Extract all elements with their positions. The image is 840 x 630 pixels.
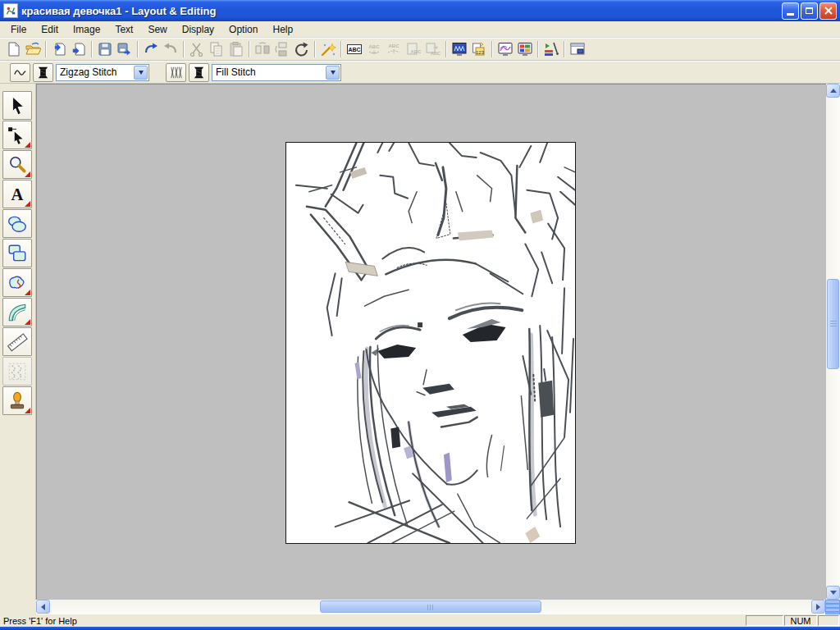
separator	[314, 41, 316, 57]
tool-point-edit-button[interactable]	[2, 121, 32, 149]
tool-select-button[interactable]	[2, 91, 32, 120]
rectangle-shapes-icon	[7, 243, 28, 264]
chevron-down-icon	[139, 71, 144, 75]
line-stitch-dropdown-button[interactable]	[134, 66, 148, 80]
menu-sew[interactable]: Sew	[140, 22, 174, 37]
paste-button[interactable]	[226, 40, 246, 59]
text-tool-button[interactable]: ABC	[345, 40, 364, 59]
realistic-preview-button[interactable]	[495, 40, 515, 59]
tool-manual-punch-button[interactable]	[2, 298, 32, 326]
menu-text[interactable]: Text	[107, 22, 140, 37]
rotate-button[interactable]	[292, 40, 312, 59]
fill-stitch-icon	[168, 65, 184, 80]
flip-vertical-button[interactable]	[272, 40, 292, 59]
separator	[137, 41, 139, 57]
region-stitch-combo[interactable]: Fill Stitch	[212, 64, 341, 81]
reference-window-button[interactable]	[568, 40, 587, 59]
separator	[340, 41, 342, 57]
line-stitch-value: Zigzag Stitch	[57, 66, 133, 78]
magnifier-icon	[7, 154, 28, 176]
tool-outline-button[interactable]	[2, 268, 32, 297]
region-color-button[interactable]	[189, 63, 209, 82]
cut-button[interactable]	[187, 40, 207, 59]
text-transform-button[interactable]: ABC	[384, 40, 404, 59]
tool-circle-button[interactable]	[2, 209, 32, 238]
region-sew-toggle-button[interactable]	[166, 63, 186, 82]
tool-stamp-button[interactable]	[2, 386, 32, 415]
text-tool-icon: A	[7, 184, 28, 205]
tool-measure-button[interactable]	[2, 327, 32, 356]
save-button[interactable]	[95, 40, 115, 59]
export-design-button[interactable]	[69, 40, 89, 59]
menu-image[interactable]: Image	[66, 22, 107, 37]
tool-palette: A	[0, 84, 36, 600]
line-color-button[interactable]	[33, 63, 53, 82]
window-title: красивая девочка1 - Layout & Editing	[21, 5, 216, 17]
scroll-up-button[interactable]	[826, 84, 840, 98]
manual-punch-icon	[7, 302, 28, 323]
stitch-view-button[interactable]	[450, 40, 469, 59]
undo-button[interactable]	[141, 40, 161, 59]
thumb-grip	[427, 605, 428, 610]
design-property-button[interactable]: 123	[469, 40, 489, 59]
menu-display[interactable]: Display	[175, 22, 221, 37]
scroll-right-button[interactable]	[811, 600, 825, 614]
copy-button[interactable]	[207, 40, 226, 59]
restore-icon	[806, 7, 813, 14]
region-thread-spool-icon	[191, 65, 207, 80]
menu-file[interactable]: File	[3, 22, 34, 37]
tool-zoom-button[interactable]	[2, 150, 32, 179]
write-to-card-button[interactable]	[115, 40, 135, 59]
scrollbar-left-pad	[0, 600, 36, 614]
convert-text-button[interactable]: ABC	[423, 40, 443, 59]
separator	[91, 41, 93, 57]
new-document-icon	[5, 41, 21, 57]
tool-text-button[interactable]: A	[2, 180, 32, 208]
svg-text:ABC: ABC	[369, 44, 381, 49]
line-stitch-combo[interactable]: Zigzag Stitch	[56, 64, 149, 81]
design-page[interactable]	[285, 142, 576, 544]
menu-edit[interactable]: Edit	[34, 22, 66, 37]
new-button[interactable]	[3, 40, 23, 59]
magic-wand-icon	[320, 41, 336, 57]
line-sew-toggle-button[interactable]	[10, 63, 30, 82]
image-to-stitch-wizard-button[interactable]	[318, 40, 338, 59]
menu-option[interactable]: Option	[221, 22, 265, 37]
horizontal-scrollbar[interactable]	[36, 600, 825, 614]
design-workspace[interactable]	[36, 84, 826, 600]
open-button[interactable]	[23, 40, 43, 59]
fit-text-to-path-button[interactable]: ABC	[404, 40, 423, 59]
status-panel-empty2	[818, 615, 839, 626]
menu-help[interactable]: Help	[265, 22, 300, 37]
horizontal-scroll-thumb[interactable]	[320, 600, 541, 613]
undo-icon	[143, 41, 159, 57]
import-design-button[interactable]	[49, 40, 69, 59]
svg-text:A: A	[11, 185, 24, 203]
scroll-down-button[interactable]	[826, 586, 840, 600]
tool-rectangle-button[interactable]	[2, 239, 32, 267]
export-design-icon	[71, 41, 87, 57]
close-button[interactable]	[819, 2, 837, 20]
restore-button[interactable]	[801, 2, 818, 20]
sewing-order-button[interactable]	[541, 40, 561, 59]
screen-preview-button[interactable]	[515, 40, 535, 59]
title-bar: красивая девочка1 - Layout & Editing	[0, 0, 840, 21]
flip-horizontal-button[interactable]	[253, 40, 272, 59]
write-to-card-icon	[116, 41, 133, 57]
region-stitch-dropdown-button[interactable]	[326, 66, 340, 80]
sewing-order-icon	[543, 41, 559, 57]
chevron-right-icon	[816, 604, 820, 610]
realistic-preview-icon	[497, 41, 514, 57]
thumb-grip	[830, 321, 837, 322]
scroll-left-button[interactable]	[36, 600, 50, 614]
stitch-view-icon	[451, 41, 468, 57]
redo-button[interactable]	[161, 40, 180, 59]
text-arc-button[interactable]: ABC	[364, 40, 384, 59]
vertical-scrollbar[interactable]	[826, 84, 840, 600]
minimize-button[interactable]	[782, 2, 799, 20]
close-icon	[824, 6, 833, 16]
chevron-up-icon	[830, 89, 837, 93]
status-bar: Press 'F1' for Help NUM	[0, 614, 840, 627]
vertical-scroll-thumb[interactable]	[827, 279, 839, 369]
tool-stitch-to-block-button[interactable]	[2, 357, 32, 386]
